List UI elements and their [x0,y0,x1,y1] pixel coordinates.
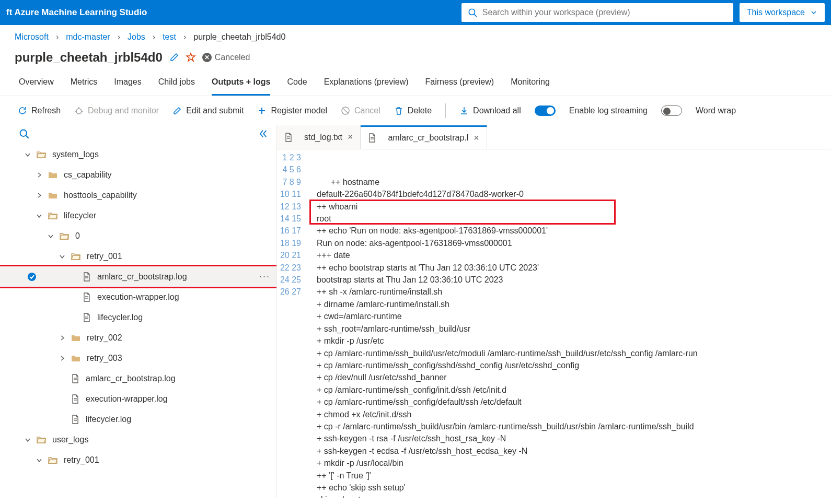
editor-tab-label: amlarc_cr_bootstrap.l [388,133,468,143]
search-box[interactable] [461,3,733,22]
breadcrumb-item[interactable]: test [163,32,176,42]
tree-file-amlarc-cr-bootstrap-log[interactable]: amlarc_cr_bootstrap.log··· [0,266,276,287]
log-streaming-label: Enable log streaming [569,106,648,115]
collapse-panel-icon[interactable] [258,128,268,139]
svg-point-13 [28,273,36,281]
tree-folder-lifecycler[interactable]: lifecycler [0,205,276,226]
tree-label: user_logs [52,435,88,444]
tab-monitoring[interactable]: Monitoring [511,74,550,96]
scope-label: This workspace [747,8,805,17]
bug-icon [74,106,84,115]
breadcrumb-item[interactable]: Jobs [128,32,145,42]
tab-child-jobs[interactable]: Child jobs [158,74,195,96]
tree-label: retry_001 [64,455,99,465]
breadcrumb-item: purple_cheetah_jrbl54d0 [193,32,285,42]
tab-metrics[interactable]: Metrics [71,74,98,96]
svg-line-10 [343,109,348,113]
tree-label: execution-wrapper.log [86,394,168,404]
chevron-right-icon [59,334,66,342]
tab-explanations-preview-[interactable]: Explanations (preview) [324,74,409,96]
chevron-down-icon [36,212,43,219]
breadcrumb: Microsoft›mdc-master›Jobs›test›purple_ch… [0,25,831,47]
tree-label: amlarc_cr_bootstrap.log [97,272,187,282]
svg-point-0 [469,9,475,15]
tree-file-execution-wrapper-log[interactable]: execution-wrapper.log [0,287,276,307]
tab-fairness-preview-[interactable]: Fairness (preview) [425,74,494,96]
checkmark-icon [27,272,37,282]
code-lines: ++ hostname default-226a604b784f1bdefc4d… [307,151,831,498]
svg-point-11 [20,130,27,137]
editor-tab[interactable]: amlarc_cr_bootstrap.l× [361,125,487,149]
download-all-button[interactable]: Download all [459,106,521,115]
tree-file-lifecycler-log[interactable]: lifecycler.log [0,307,276,327]
search-input[interactable] [482,8,727,17]
breadcrumb-sep: › [56,32,59,42]
refresh-icon [18,106,27,115]
divider [445,103,446,118]
log-streaming-toggle[interactable] [535,106,556,116]
close-icon[interactable]: × [474,133,479,144]
toolbar: Refresh Debug and monitor Edit and submi… [0,96,831,125]
breadcrumb-item[interactable]: mdc-master [66,32,110,42]
chevron-down-icon [47,232,54,240]
tree-label: lifecycler.log [97,313,143,322]
tab-overview[interactable]: Overview [19,74,54,96]
tab-outputs-logs[interactable]: Outputs + logs [212,74,270,96]
breadcrumb-item[interactable]: Microsoft [15,32,49,42]
chevron-down-icon [24,151,31,158]
tree-label: retry_001 [87,252,122,261]
top-bar: ft Azure Machine Learning Studio This wo… [0,0,831,25]
tree-label: lifecycler.log [86,415,131,424]
tree-label: system_logs [52,150,99,159]
line-gutter: 1 2 3 4 5 6 7 8 9 10 11 12 13 14 15 16 1… [277,151,307,498]
edit-title-icon[interactable] [169,52,179,63]
tab-bar: OverviewMetricsImagesChild jobsOutputs +… [0,67,831,96]
svg-point-3 [76,109,82,114]
tree-file-execution-wrapper-log[interactable]: execution-wrapper.log [0,389,276,409]
tab-code[interactable]: Code [287,74,307,96]
chevron-down-icon [59,253,66,260]
chevron-right-icon [36,192,43,199]
svg-line-1 [474,14,477,17]
tree-label: cs_capability [64,170,112,180]
tree-label: execution-wrapper.log [97,292,179,302]
tree-folder-retry-003[interactable]: retry_003 [0,348,276,368]
pencil-icon [172,106,182,115]
editor-tab[interactable]: std_log.txt× [277,125,361,149]
tree-folder-system-logs[interactable]: system_logs [0,144,276,165]
tree-folder-retry-001[interactable]: retry_001 [0,450,276,470]
tree-folder-user-logs[interactable]: user_logs [0,429,276,450]
tree-label: retry_003 [87,354,122,363]
tree-file-amlarc-cr-bootstrap-log[interactable]: amlarc_cr_bootstrap.log [0,368,276,389]
more-icon[interactable]: ··· [259,271,270,282]
word-wrap-toggle[interactable] [661,106,682,116]
tree-folder-retry-001[interactable]: retry_001 [0,246,276,266]
delete-button[interactable]: Delete [394,106,432,115]
register-model-button[interactable]: Register model [257,106,327,115]
tree-search-icon[interactable] [19,128,29,139]
cancel-icon [341,106,350,115]
tree-label: amlarc_cr_bootstrap.log [86,374,176,383]
tree-label: retry_002 [87,333,122,343]
tree-file-lifecycler-log[interactable]: lifecycler.log [0,409,276,429]
favorite-icon[interactable] [186,52,196,63]
chevron-right-icon [59,355,66,362]
tree-folder-0[interactable]: 0 [0,226,276,246]
edit-submit-button[interactable]: Edit and submit [172,106,244,115]
chevron-down-icon [810,9,817,16]
page-title: purple_cheetah_jrbl54d0 [15,50,163,65]
svg-line-12 [26,136,29,138]
tree-folder-retry-002[interactable]: retry_002 [0,327,276,348]
refresh-button[interactable]: Refresh [18,106,61,115]
tree-folder-hosttools-capability[interactable]: hosttools_capability [0,185,276,205]
tab-images[interactable]: Images [114,74,141,96]
close-icon[interactable]: × [348,132,353,143]
cancel-button: Cancel [341,106,380,115]
tree-folder-cs-capability[interactable]: cs_capability [0,165,276,185]
status-badge: ✕ Canceled [202,53,250,62]
scope-selector[interactable]: This workspace [740,3,825,22]
breadcrumb-sep: › [153,32,155,42]
title-row: purple_cheetah_jrbl54d0 ✕ Canceled [0,47,831,67]
search-icon [468,8,477,17]
download-icon [459,106,469,115]
